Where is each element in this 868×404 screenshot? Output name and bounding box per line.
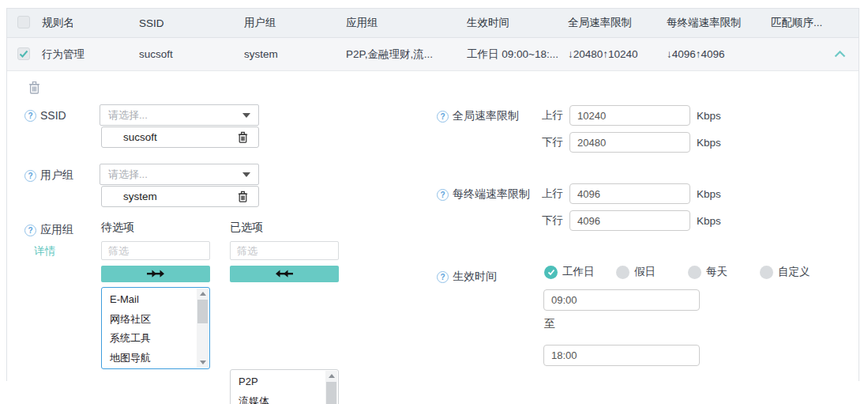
move-right-button[interactable] (101, 266, 210, 282)
col-header-user-group: 用户组 (244, 16, 346, 30)
radio-workday[interactable]: 工作日 (544, 265, 616, 279)
unit-label: Kbps (697, 110, 721, 122)
user-group-select[interactable]: 请选择... (100, 164, 259, 185)
effective-time-field-label: ? 生效时间 (437, 270, 497, 284)
available-item[interactable]: 系统工具 (102, 329, 197, 349)
rule-table-row[interactable]: 行为管理 sucsoft system P2P,金融理财,流... 工作日 09… (7, 38, 859, 71)
select-all-checkbox[interactable] (17, 16, 30, 28)
chosen-listbox[interactable]: P2P 流媒体 网络存储 金融理财 (230, 369, 339, 404)
double-left-arrow-icon (276, 270, 293, 278)
per-device-rate-up-input[interactable] (569, 183, 690, 204)
rules-table-card: 规则名 SSID 用户组 应用组 生效时间 全局速率限制 每终端速率限制 匹配顺… (6, 8, 859, 381)
available-listbox[interactable]: E-Mail 网络社区 系统工具 地图导航 (101, 287, 210, 369)
downlink-label: 下行 (542, 213, 563, 228)
col-header-global-rate: 全局速率限制 (568, 16, 667, 30)
user-group-selected-value: system (123, 191, 157, 202)
per-device-rate-field-label: ? 每终端速率限制 (437, 187, 530, 202)
per-device-rate-down-row: 下行 Kbps (542, 210, 721, 231)
row-ssid: sucsoft (139, 48, 244, 60)
scroll-down-icon[interactable] (197, 357, 209, 368)
scroll-up-icon[interactable] (197, 289, 209, 299)
available-item[interactable]: 网络社区 (102, 310, 197, 330)
row-effective-time: 工作日 09:00~18:... (467, 47, 568, 62)
app-group-detail-link[interactable]: 详情 (34, 244, 55, 259)
global-rate-up-row: 上行 Kbps (542, 105, 721, 126)
user-group-select-placeholder: 请选择... (108, 168, 148, 182)
global-rate-down-input[interactable] (569, 132, 690, 153)
end-time-input[interactable] (543, 345, 700, 366)
row-app-group: P2P,金融理财,流... (346, 47, 467, 62)
available-item[interactable]: 地图导航 (102, 349, 197, 368)
available-scrollbar[interactable] (197, 289, 209, 368)
move-left-button[interactable] (230, 266, 339, 282)
to-label: 至 (544, 317, 555, 331)
per-device-rate-help-icon[interactable]: ? (437, 189, 449, 201)
delete-rule-icon[interactable] (28, 81, 40, 94)
available-item[interactable]: E-Mail (102, 290, 197, 310)
user-group-select-caret-icon (242, 172, 250, 177)
chosen-item[interactable]: P2P (231, 372, 325, 392)
radio-dot-icon (544, 266, 558, 279)
chosen-item[interactable]: 流媒体 (231, 392, 325, 404)
row-checkbox-checked[interactable] (17, 47, 30, 60)
ssid-field-label: ? SSID (24, 109, 66, 122)
per-device-rate-up-row: 上行 Kbps (542, 183, 721, 204)
effective-time-help-icon[interactable]: ? (437, 271, 449, 283)
global-rate-field-label: ? 全局速率限制 (437, 109, 519, 123)
row-rule-name: 行为管理 (42, 47, 139, 62)
global-rate-help-icon[interactable]: ? (437, 111, 449, 123)
ssid-help-icon[interactable]: ? (24, 110, 36, 122)
ssid-select-caret-icon (242, 113, 250, 118)
user-group-chip-remove-icon[interactable] (238, 191, 248, 202)
scroll-thumb[interactable] (197, 300, 208, 323)
effective-time-radio-group: 工作日 假日 每天 自定义 (544, 265, 832, 279)
radio-everyday[interactable]: 每天 (688, 265, 760, 279)
header-checkbox-cell (7, 16, 42, 31)
user-group-field-label: ? 用户组 (24, 168, 73, 183)
row-per-device-rate: ↓4096↑4096 (667, 48, 771, 60)
col-header-rule-name: 规则名 (42, 16, 139, 30)
col-header-app-group: 应用组 (346, 16, 467, 30)
ssid-select-placeholder: 请选择... (108, 108, 148, 123)
available-list-title: 待选项 (101, 221, 134, 235)
chosen-scrollbar[interactable] (325, 371, 337, 404)
downlink-label: 下行 (542, 135, 563, 149)
radio-holiday[interactable]: 假日 (616, 265, 688, 279)
radio-custom[interactable]: 自定义 (760, 265, 832, 279)
start-time-input[interactable] (543, 289, 700, 311)
ssid-select[interactable]: 请选择... (100, 104, 259, 126)
row-checkbox-cell (7, 47, 42, 61)
chosen-list-title: 已选项 (230, 221, 263, 235)
global-rate-up-input[interactable] (569, 105, 690, 126)
radio-dot-icon (616, 266, 629, 279)
global-rate-down-row: 下行 Kbps (542, 132, 721, 153)
app-group-help-icon[interactable]: ? (24, 225, 36, 236)
row-match-order-cell (771, 51, 859, 58)
col-header-ssid: SSID (139, 17, 244, 29)
scroll-thumb[interactable] (326, 382, 336, 404)
table-header-row: 规则名 SSID 用户组 应用组 生效时间 全局速率限制 每终端速率限制 匹配顺… (7, 9, 859, 38)
row-user-group: system (244, 48, 346, 60)
row-global-rate: ↓20480↑10240 (568, 48, 667, 60)
user-group-selected-chip: system (101, 186, 259, 207)
unit-label: Kbps (697, 215, 721, 227)
ssid-chip-remove-icon[interactable] (238, 131, 248, 143)
unit-label: Kbps (697, 137, 721, 149)
per-device-rate-down-input[interactable] (569, 210, 690, 231)
rule-edit-panel: ? SSID 请选择... sucsoft ? 用户组 请选择... syste… (7, 73, 859, 382)
collapse-chevron-up-icon[interactable] (834, 51, 846, 58)
radio-dot-icon (760, 266, 773, 279)
col-header-match-order: 匹配顺序... (771, 16, 859, 30)
col-header-effective-time: 生效时间 (467, 16, 568, 30)
radio-dot-icon (688, 266, 701, 279)
col-header-per-device-rate: 每终端速率限制 (667, 16, 771, 30)
user-group-help-icon[interactable]: ? (24, 170, 36, 182)
chosen-filter-input[interactable] (230, 241, 339, 260)
scroll-up-icon[interactable] (325, 371, 337, 381)
available-filter-input[interactable] (101, 241, 210, 260)
uplink-label: 上行 (542, 108, 563, 123)
double-right-arrow-icon (147, 270, 164, 278)
ssid-selected-chip: sucsoft (101, 126, 259, 148)
app-group-field-label: ? 应用组 (24, 223, 73, 237)
ssid-selected-value: sucsoft (123, 131, 157, 143)
